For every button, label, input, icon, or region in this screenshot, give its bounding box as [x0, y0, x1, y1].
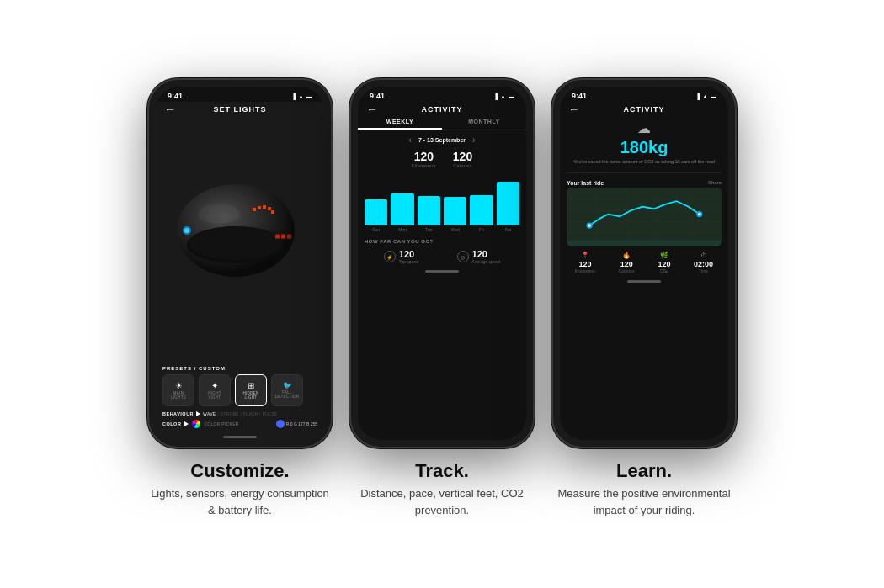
ride-cal-value: 120 [620, 260, 633, 268]
time-icon: ⏱ [700, 252, 707, 259]
phone3-bottom [560, 278, 728, 285]
next-date-button[interactable]: › [472, 135, 475, 145]
preset-main-lights[interactable]: ☀ MAINLIGHTS [162, 374, 194, 406]
stat-cal-value: 120 [453, 150, 472, 163]
phone1-header: ← SET LIGHTS [156, 102, 324, 115]
bars-container: Sun Mon Tue Wed [365, 173, 519, 232]
phone1-title: SET LIGHTS [213, 105, 266, 114]
presets-section: PRESETS / CUSTOM ☀ MAINLIGHTS ✦ NIGHTLIG… [156, 363, 324, 433]
share-button[interactable]: Share [708, 180, 722, 186]
bar-sat-label: Sat [505, 227, 512, 232]
phone2-title: ACTIVITY [421, 105, 462, 114]
divider [567, 172, 722, 173]
co2-section: ☁ 180kg You've saved the same amount of … [560, 115, 728, 169]
caption-learn-headline: Learn. [551, 460, 737, 482]
rgb-color-circle [276, 420, 285, 428]
phone2-bottom [358, 268, 526, 274]
behaviour-triangle [196, 411, 200, 416]
prev-date-button[interactable]: ‹ [409, 135, 412, 145]
color-wheel-icon[interactable] [192, 420, 200, 428]
preset-fall-detection[interactable]: 🐦 FALLDETECTION [271, 374, 303, 406]
ride-stat-cal: 🔥 120 Calories [619, 252, 635, 273]
stat-cal-label: Calories [453, 163, 472, 168]
phone3-title: ACTIVITY [623, 105, 664, 114]
tab-monthly[interactable]: MONTHLY [442, 115, 526, 130]
phone3-back[interactable]: ← [568, 103, 580, 116]
svg-point-27 [698, 212, 701, 215]
date-range-label: 7 - 13 September [418, 137, 466, 143]
phone1: 9:41 ▐ ▲ ▬ ← SET LIGHTS [147, 78, 333, 448]
ride-time-value: 02:00 [694, 260, 713, 268]
preset-hidden-light[interactable]: ⊞ HIDDENLIGHT [235, 374, 267, 406]
captions-row: Customize. Lights, sensors, energy consu… [0, 448, 884, 527]
ride-time-label: Time [699, 269, 708, 273]
stat-km-value: 120 [412, 150, 436, 163]
avg-speed-label: Average speed [472, 259, 501, 264]
main-lights-label: MAINLIGHTS [171, 392, 186, 400]
presets-label: PRESETS / CUSTOM [162, 366, 317, 371]
avg-speed-icon: ◎ [457, 251, 469, 262]
behaviour-row: BEHAVIOUR WAVE / STROBE / FLASH / PULSE [162, 410, 317, 418]
bar-fri: Fri [470, 173, 493, 232]
top-speed-item: ⚡ 120 Top speed [384, 249, 418, 264]
ride-stat-time: ⏱ 02:00 Time [694, 252, 713, 273]
caption-track-headline: Track. [349, 460, 535, 482]
bar-wed-label: Wed [451, 227, 460, 232]
last-ride-label: Your last ride [567, 180, 604, 186]
wifi-icon: ▲ [702, 93, 708, 99]
caption-customize: Customize. Lights, sensors, energy consu… [147, 460, 333, 518]
bar-mon-label: Mon [398, 227, 407, 232]
phone3-screen: 9:41 ▐ ▲ ▬ ← ACTIVITY ☁ 180kg You've sav… [560, 87, 728, 440]
rgb-indicator: R 0 G 177 B 255 [276, 420, 317, 428]
bar-tue-fill [418, 196, 440, 225]
weekly-monthly-tabs: WEEKLY MONTHLY [358, 115, 526, 130]
phones-row: 9:41 ▐ ▲ ▬ ← SET LIGHTS [122, 61, 762, 448]
color-label: COLOR [162, 421, 181, 426]
bar-tue: Tue [418, 173, 440, 232]
phone2-header: ← ACTIVITY [358, 102, 526, 115]
co2-icon: 🌿 [660, 252, 668, 259]
phone2-back[interactable]: ← [366, 103, 378, 116]
battery-icon: ▬ [509, 93, 514, 99]
back-button[interactable]: ← [164, 103, 176, 116]
speed-row: ⚡ 120 Top speed ◎ 120 Average speed [358, 246, 526, 268]
wifi-icon: ▲ [298, 93, 304, 99]
signal-icon: ▐ [493, 93, 498, 99]
last-ride-header: Your last ride Share [560, 177, 728, 188]
color-picker-label[interactable]: COLOR PICKER [204, 421, 238, 426]
ride-stat-co2: 🌿 120 CO₂ [658, 252, 670, 273]
main-lights-icon: ☀ [175, 381, 183, 390]
stat-kilometers: 120 Kilometers [412, 150, 436, 168]
svg-rect-6 [287, 235, 291, 239]
caption-track-body: Distance, pace, vertical feet, CO2 preve… [349, 485, 535, 518]
km-icon: 📍 [581, 252, 589, 259]
bar-sun-label: Sun [372, 227, 380, 232]
wifi-icon: ▲ [500, 93, 506, 99]
caption-learn: Learn. Measure the positive environmenta… [551, 460, 737, 518]
tab-weekly[interactable]: WEEKLY [358, 115, 442, 130]
map-route-svg [567, 188, 722, 241]
svg-rect-8 [258, 206, 261, 209]
preset-night-light[interactable]: ✦ NIGHTLIGHT [199, 374, 231, 406]
phone2-screen: 9:41 ▐ ▲ ▬ ← ACTIVITY WEEKLY MONTHLY [358, 87, 526, 440]
bar-mon: Mon [391, 173, 413, 232]
phone2: 9:41 ▐ ▲ ▬ ← ACTIVITY WEEKLY MONTHLY [349, 78, 535, 448]
svg-rect-11 [271, 210, 274, 214]
caption-customize-body: Lights, sensors, energy consumption & ba… [147, 485, 333, 518]
bar-sat-fill [497, 182, 519, 226]
bar-sun-fill [365, 199, 387, 226]
map-area [567, 188, 722, 246]
battery-icon: ▬ [711, 93, 716, 99]
bar-fri-label: Fri [479, 227, 484, 232]
ride-km-value: 120 [578, 260, 591, 268]
bar-tue-label: Tue [425, 227, 432, 232]
color-triangle [184, 421, 189, 426]
ride-km-label: Kilometers [575, 269, 595, 273]
phone3-column: 9:41 ▐ ▲ ▬ ← ACTIVITY ☁ 180kg You've sav… [551, 78, 737, 448]
signal-icon: ▐ [695, 93, 700, 99]
ride-cal-label: Calories [619, 269, 635, 273]
phone1-status-icons: ▐ ▲ ▬ [291, 93, 312, 99]
behaviour-label: BEHAVIOUR [162, 411, 194, 416]
ride-co2-value: 120 [658, 260, 670, 268]
preset-icons-row: ☀ MAINLIGHTS ✦ NIGHTLIGHT ⊞ HIDDENLIGHT [162, 374, 317, 406]
